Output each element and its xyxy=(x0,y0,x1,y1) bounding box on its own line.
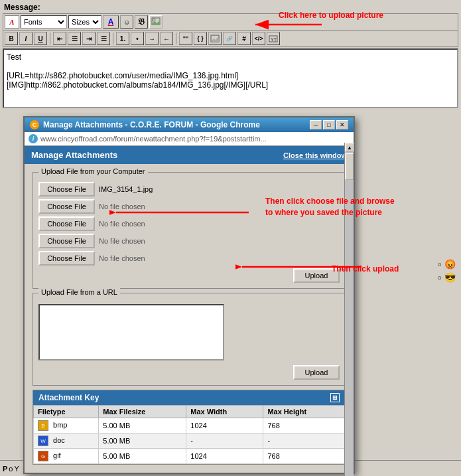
manage-attachments-modal: C Manage Attachments - C.O.R.E. FORUM - … xyxy=(23,116,355,474)
ul-btn[interactable]: • xyxy=(131,32,144,45)
choose-file-btn-3[interactable]: Choose File xyxy=(38,216,95,231)
svg-marker-2 xyxy=(151,21,161,25)
attachment-table: Filetype Max Filesize Max Width Max Heig… xyxy=(33,405,345,464)
choose-file-btn-1[interactable]: Choose File xyxy=(38,182,95,197)
col-filetype: Filetype xyxy=(34,406,99,418)
upload-computer-btn[interactable]: Upload xyxy=(293,268,340,283)
status-text-o: o xyxy=(9,465,13,473)
table-row: G gif 5.00 MB 1024 768 xyxy=(34,449,345,464)
browser-icon: C xyxy=(30,120,39,129)
link-btn[interactable]: 🔗 xyxy=(223,32,236,45)
code-btn[interactable]: { } xyxy=(194,32,207,45)
modal-body: Upload File from your Computer Choose Fi… xyxy=(25,164,354,473)
underline-btn[interactable]: U xyxy=(34,32,47,45)
modal-header: Manage Attachments Close this window xyxy=(25,146,354,164)
row-height: 768 xyxy=(263,449,345,464)
ol-btn[interactable]: 1. xyxy=(116,32,129,45)
file-name-1: IMG_3154_1.jpg xyxy=(99,185,153,193)
emoji-panel: ○ 😡 ○ 😎 xyxy=(437,259,456,283)
close-btn[interactable]: ✕ xyxy=(336,120,348,129)
scroll-track xyxy=(345,152,354,476)
img-btn[interactable] xyxy=(208,32,222,45)
modal-title: Manage Attachments - C.O.R.E. FORUM - Go… xyxy=(43,120,260,129)
gif-icon: G xyxy=(38,451,48,461)
file-row-3: Choose File No file chosen xyxy=(38,216,340,231)
align-center-btn[interactable]: ☰ xyxy=(68,32,81,45)
close-window-link[interactable]: Close this window xyxy=(283,151,347,159)
editor-line4: [IMG]http://i862.photobucket.com/albums/… xyxy=(7,80,454,90)
upload-url-btn[interactable]: Upload xyxy=(293,365,340,380)
code2-btn[interactable]: </> xyxy=(252,32,265,45)
quote-btn[interactable]: "" xyxy=(179,32,192,45)
choose-file-btn-4[interactable]: Choose File xyxy=(38,234,95,248)
choose-file-btn-2[interactable]: Choose File xyxy=(38,199,95,214)
row-filetype: B bmp xyxy=(34,418,99,434)
row-width: 1024 xyxy=(186,418,263,434)
security-icon: i xyxy=(29,134,38,143)
row-height: - xyxy=(263,434,345,449)
file-row-2: Choose File No file chosen xyxy=(38,199,340,214)
file-name-2: No file chosen xyxy=(99,202,178,210)
maximize-btn[interactable]: □ xyxy=(323,120,335,129)
col-maxfilesize: Max Filesize xyxy=(99,406,186,418)
emoji-row-1: ○ 😡 xyxy=(437,259,456,270)
angry-emoji: 😡 xyxy=(444,259,456,270)
radio-btn-2[interactable]: ○ xyxy=(437,274,442,281)
italic-btn[interactable]: I xyxy=(19,32,33,45)
svg-point-1 xyxy=(153,19,155,21)
align-justify-btn[interactable]: ☰ xyxy=(97,32,110,45)
emoji-row-2: ○ 😎 xyxy=(437,272,456,283)
scroll-up-btn[interactable]: ▲ xyxy=(345,143,354,152)
editor-line3: [URL=http://s862.photobucket.com/user/me… xyxy=(7,71,454,80)
row-filetype: G gif xyxy=(34,449,99,464)
font-selector-icon: A xyxy=(5,15,19,29)
row-width: - xyxy=(186,434,263,449)
minimize-btn[interactable]: ─ xyxy=(310,120,322,129)
upload-computer-section: Upload File from your Computer Choose Fi… xyxy=(33,172,346,289)
media-btn[interactable]: YT xyxy=(267,32,280,45)
scroll-thumb[interactable] xyxy=(345,153,354,180)
svg-marker-4 xyxy=(211,37,219,42)
font-selector[interactable]: Fonts xyxy=(21,15,67,29)
size-selector[interactable]: Sizes xyxy=(68,15,101,29)
table-row: W doc 5.00 MB - - xyxy=(34,434,345,449)
hash-btn[interactable]: # xyxy=(237,32,251,45)
modal-titlebar-left: C Manage Attachments - C.O.R.E. FORUM - … xyxy=(30,120,260,129)
url-textarea[interactable] xyxy=(38,304,224,360)
emoji-btn[interactable]: ☺ xyxy=(120,15,133,29)
indent-btn[interactable]: → xyxy=(145,32,159,45)
outdent-btn[interactable]: ← xyxy=(160,32,173,45)
message-editor[interactable]: Test [URL=http://s862.photobucket.com/us… xyxy=(3,48,458,108)
modal-scrollbar: ▲ ▼ xyxy=(344,143,354,476)
upload-btn-row: Upload xyxy=(38,268,340,283)
align-right-btn[interactable]: ⇥ xyxy=(82,32,96,45)
modal-url: www.cincyoffroad.com/forum/newattachment… xyxy=(40,135,267,143)
attachment-key-icon: ⊞ xyxy=(330,393,340,402)
format-btn[interactable]: 𝔅 xyxy=(135,15,148,29)
file-row-1: Choose File IMG_3154_1.jpg xyxy=(38,182,340,197)
svg-text:YT: YT xyxy=(271,37,277,42)
upload-pic-btn[interactable] xyxy=(149,15,163,29)
table-row: B bmp 5.00 MB 1024 768 xyxy=(34,418,345,434)
row-filesize: 5.00 MB xyxy=(99,434,186,449)
editor-line2 xyxy=(7,62,454,71)
choose-file-btn-5[interactable]: Choose File xyxy=(38,251,95,266)
row-height: 768 xyxy=(263,418,345,434)
editor-line1: Test xyxy=(7,52,454,62)
row-width: 1024 xyxy=(186,449,263,464)
editor-toolbar-row1: A Fonts Sizes A ☺ 𝔅 xyxy=(3,13,458,31)
bold-btn[interactable]: B xyxy=(5,32,18,45)
modal-addressbar: i www.cincyoffroad.com/forum/newattachme… xyxy=(25,132,354,146)
status-text-p: P xyxy=(3,465,7,473)
align-left-btn[interactable]: ⇤ xyxy=(53,32,66,45)
status-text-y: Y xyxy=(14,465,19,473)
file-name-4: No file chosen xyxy=(99,237,178,245)
message-label: Message: xyxy=(0,0,461,13)
attachment-key-section: Attachment Key ⊞ Filetype Max Filesize M… xyxy=(33,390,346,465)
upload-section-legend: Upload File from your Computer xyxy=(38,167,148,175)
col-maxheight: Max Height xyxy=(263,406,345,418)
modal-controls: ─ □ ✕ xyxy=(310,120,348,129)
font-color-btn[interactable]: A xyxy=(103,15,119,29)
sunglasses-emoji: 😎 xyxy=(444,272,456,283)
radio-btn-1[interactable]: ○ xyxy=(437,260,442,268)
